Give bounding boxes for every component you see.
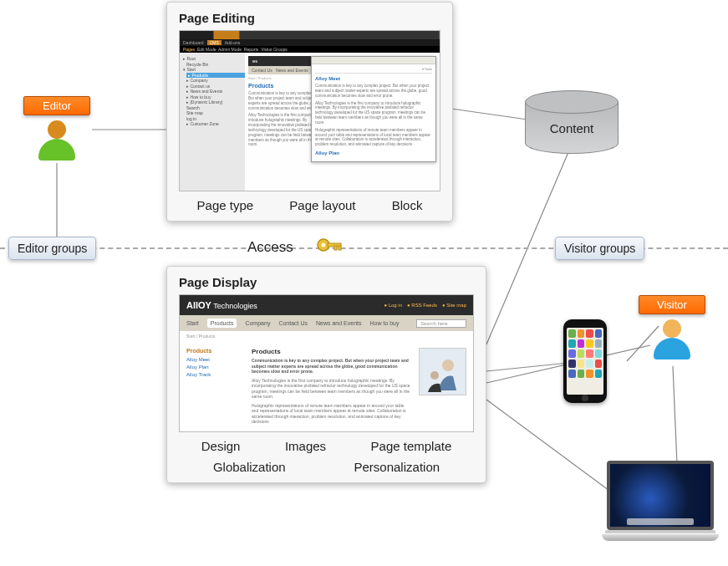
page-editing-panel: Page Editing Dashboard CMS Add-ons Pages…	[166, 2, 453, 222]
editor-node: Editor	[23, 96, 90, 164]
svg-rect-12	[334, 246, 337, 250]
visitor-groups-badge: Visitor groups	[555, 237, 644, 260]
page-display-title: Page Display	[179, 275, 474, 289]
nav-dashboard: Dashboard	[183, 40, 203, 45]
nav-cms: CMS	[207, 40, 221, 45]
content-label: Content	[550, 121, 594, 135]
page-editing-title: Page Editing	[179, 11, 440, 25]
svg-rect-13	[339, 246, 341, 250]
content-database: Content	[525, 90, 617, 154]
subnav-reports: Reports	[244, 47, 259, 52]
visitor-avatar-icon	[651, 318, 693, 359]
svg-point-15	[442, 359, 454, 371]
cms-editor-mock: Dashboard CMS Add-ons Pages Edit Mode Ad…	[179, 30, 440, 191]
subnav-edit: Edit Mode	[197, 47, 216, 52]
svg-point-16	[430, 371, 439, 380]
hero-image-mock	[419, 348, 466, 395]
page-display-captions-1: Design Images Page template	[179, 439, 474, 453]
laptop-icon	[602, 461, 719, 541]
editor-label: Editor	[23, 96, 90, 115]
svg-point-10	[322, 243, 326, 247]
visitor-node: Visitor	[639, 295, 705, 363]
subnav-vg: Visitor Groups	[261, 47, 288, 52]
subnav-admin: Admin Mode	[218, 47, 242, 52]
page-editing-captions: Page type Page layout Block	[179, 198, 440, 212]
nav-addons: Add-ons	[225, 40, 241, 45]
svg-line-8	[673, 366, 677, 464]
website-mock: AllOY Technologies ● Log in ● RSS Feeds …	[179, 294, 474, 432]
search-input-mock: Search here	[416, 319, 466, 328]
smartphone-icon	[563, 319, 607, 403]
key-icon	[316, 235, 344, 260]
svg-line-6	[486, 400, 619, 497]
page-tree: ▸ Root Recycle Bin ▾ Start ▸ Products ▸ …	[180, 53, 245, 191]
page-display-captions-2: Globalization Personalization	[179, 460, 474, 474]
visitor-label: Visitor	[639, 295, 705, 314]
subnav-pages: Pages	[183, 47, 195, 52]
block-popup: ▾ Tools Alloy Meet Communication is key …	[311, 56, 436, 162]
editor-avatar-icon	[36, 119, 78, 161]
page-display-panel: Page Display AllOY Technologies ● Log in…	[166, 266, 486, 483]
access-label: Access	[247, 239, 293, 256]
editor-content-area: es Contact Us News and Events How Start …	[245, 53, 440, 191]
editor-groups-badge: Editor groups	[8, 237, 96, 260]
